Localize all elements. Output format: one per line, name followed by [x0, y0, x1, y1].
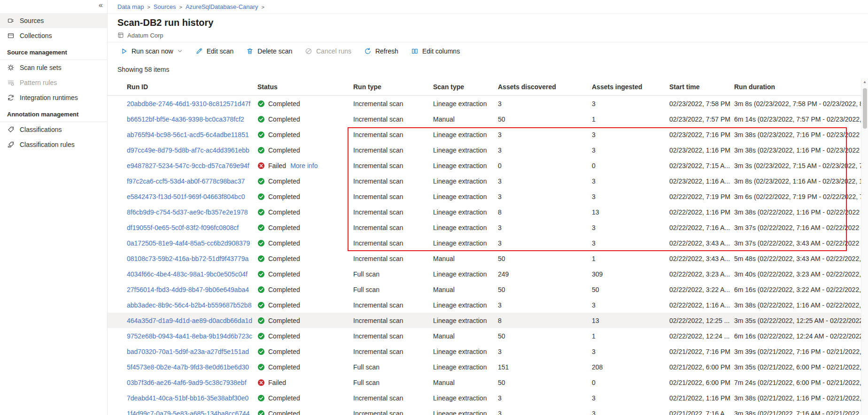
delete-scan-button[interactable]: Delete scan	[246, 47, 292, 55]
scan-type-cell: Manual	[433, 332, 498, 340]
column-header-run-type[interactable]: Run type	[353, 83, 433, 91]
status-failed-icon	[257, 379, 265, 386]
run-type-cell: Incremental scan	[353, 348, 433, 355]
run-duration-cell: 3m 40s (02/22/2022, 3:23 AM - 02/22/2022…	[734, 270, 868, 278]
table-row[interactable]: 9752e68b-0943-4a41-8eba-9b194d6b723cComp…	[108, 328, 868, 344]
run-id-link[interactable]: e9487827-5234-547c-9ccb-d57ca769e94f	[127, 162, 249, 169]
run-id-link[interactable]: 7deabd41-40ca-51bf-bb16-35e38abf30e0	[127, 394, 248, 402]
run-type-cell: Incremental scan	[353, 301, 433, 309]
run-id-link[interactable]: abb3adec-8b9c-56c4-b2b4-b559687b52b8	[127, 301, 251, 309]
table-row[interactable]: 4034f66c-4be4-483c-98a1-9bc0e505c04fComp…	[108, 266, 868, 282]
run-id-link[interactable]: bad70320-70a1-5d9f-a23a-a27df5e151ad	[127, 348, 249, 355]
start-time-cell: 02/22/2022, 7:19 PM	[669, 193, 734, 200]
sidebar-item-scan-rule-sets[interactable]: Scan rule sets	[0, 60, 107, 75]
run-id-link[interactable]: df19055f-0e65-5c0f-83f2-f096fc0808cf	[127, 224, 239, 231]
assets-discovered-cell: 3	[498, 301, 592, 309]
toolbar-button-label: Edit columns	[422, 47, 460, 55]
status-text: Completed	[268, 224, 300, 231]
edit-scan-button[interactable]: Edit scan	[195, 47, 234, 55]
cancel-icon	[305, 47, 312, 55]
more-info-link[interactable]: More info	[290, 162, 318, 169]
column-header-assets-discovered[interactable]: Assets discovered	[498, 83, 592, 91]
run-id-link[interactable]: 27f56014-fbd3-4dd9-8b47-9b06e649aba4	[127, 286, 249, 293]
run-id-link[interactable]: 5f4573e8-0b2e-4a7b-9fd3-8e0d61be6d30	[127, 363, 249, 371]
run-id-link[interactable]: 464a35d7-d1a9-4d1d-ae89-d0acdb66da1d	[127, 317, 252, 324]
table-row[interactable]: 0a172505-81e9-4af4-85a5-cc6b2d908379Comp…	[108, 235, 868, 251]
run-duration-cell: 6m 16s (02/22/2022, 3:22 AM - 02/22/2022…	[734, 286, 868, 293]
run-id-link[interactable]: d97cc49e-8d79-5d8b-af7c-ac4dd3961ebb	[127, 146, 249, 154]
column-header-assets-ingested[interactable]: Assets ingested	[592, 83, 669, 91]
run-id-link[interactable]: f97c2ca6-ccf5-53d4-ab0f-6778c98bac37	[127, 177, 245, 185]
table-row[interactable]: 20abdb8e-2746-46d1-9310-8c812571d47fComp…	[108, 96, 868, 111]
table-row[interactable]: 5f4573e8-0b2e-4a7b-9fd3-8e0d61be6d30Comp…	[108, 359, 868, 375]
column-header-run-duration[interactable]: Run duration	[734, 83, 868, 91]
sidebar-item-label: Scan rule sets	[20, 64, 62, 71]
table-row[interactable]: d97cc49e-8d79-5d8b-af7c-ac4dd3961ebbComp…	[108, 142, 868, 158]
scrollbar-thumb[interactable]	[863, 88, 867, 129]
table-row[interactable]: 464a35d7-d1a9-4d1d-ae89-d0acdb66da1dComp…	[108, 313, 868, 328]
sidebar-collapse-button[interactable]: «	[99, 1, 103, 9]
breadcrumb-link-azuresqldatabase-canary[interactable]: AzureSqlDatabase-Canary	[186, 3, 258, 10]
run-id-link[interactable]: 08108c73-59b2-416a-bb72-51df9f43779a	[127, 255, 248, 262]
vertical-scrollbar[interactable]: ▲	[861, 78, 868, 415]
run-id-link[interactable]: 9752e68b-0943-4a41-8eba-9b194d6b723c	[127, 332, 252, 340]
table-row[interactable]: f97c2ca6-ccf5-53d4-ab0f-6778c98bac37Comp…	[108, 173, 868, 189]
sidebar-item-classifications[interactable]: Classifications	[0, 122, 107, 137]
table-row[interactable]: 7deabd41-40ca-51bf-bb16-35e38abf30e0Comp…	[108, 390, 868, 406]
toolbar-button-label: Delete scan	[257, 47, 292, 55]
assets-discovered-cell: 3	[498, 177, 592, 185]
breadcrumb-link-sources[interactable]: Sources	[154, 3, 176, 10]
edit-columns-button[interactable]: Edit columns	[411, 47, 460, 55]
scan-rule-sets-icon	[7, 64, 15, 71]
table-row[interactable]: e5842473-f13d-501f-969f-04663f804bc0Comp…	[108, 189, 868, 204]
run-id-link[interactable]: 8f6cb9d9-c754-5d37-ae9c-fb357e2e1978	[127, 208, 248, 216]
sidebar-item-pattern-rules[interactable]: Pattern rules	[0, 75, 107, 90]
run-id-link[interactable]: 1f4d99c7-0a79-5e83-a685-134ba8cc6744	[127, 410, 250, 415]
table-row[interactable]: b66512bf-bf5e-4a36-9398-bc0ca378fcf2Comp…	[108, 111, 868, 127]
run-id-link[interactable]: 4034f66c-4be4-483c-98a1-9bc0e505c04f	[127, 270, 248, 278]
sidebar-item-integration-runtimes[interactable]: Integration runtimes	[0, 90, 107, 105]
column-header-status[interactable]: Status	[257, 83, 353, 91]
run-duration-cell: 3m 35s (02/21/2022, 6:00 PM - 02/21/2022…	[734, 363, 868, 371]
sidebar-item-classification-rules[interactable]: Classification rules	[0, 137, 107, 152]
assets-discovered-cell: 3	[498, 348, 592, 355]
table-header-row: Run IDStatusRun typeScan typeAssets disc…	[108, 78, 868, 96]
run-id-link[interactable]: ab765f94-bc98-56c1-acd5-6c4adbe11851	[127, 131, 249, 138]
start-time-cell: 02/22/2022, 1:16 PM	[669, 208, 734, 216]
status-text: Completed	[268, 255, 300, 262]
run-id-link[interactable]: 03b7f3d6-ae26-4af6-9ad9-5c38c7938ebf	[127, 379, 247, 386]
scan-type-cell: Lineage extraction	[433, 301, 498, 309]
table-row[interactable]: 27f56014-fbd3-4dd9-8b47-9b06e649aba4Comp…	[108, 282, 868, 297]
sidebar-item-sources[interactable]: Sources	[0, 13, 107, 28]
table-row[interactable]: 1f4d99c7-0a79-5e83-a685-134ba8cc6744Comp…	[108, 406, 868, 415]
assets-ingested-cell: 0	[592, 162, 669, 169]
run-id-link[interactable]: b66512bf-bf5e-4a36-9398-bc0ca378fcf2	[127, 115, 244, 123]
run-id-link[interactable]: 0a172505-81e9-4af4-85a5-cc6b2d908379	[127, 239, 250, 247]
refresh-button[interactable]: Refresh	[364, 47, 398, 55]
table-row[interactable]: abb3adec-8b9c-56c4-b2b4-b559687b52b8Comp…	[108, 297, 868, 313]
run-id-link[interactable]: e5842473-f13d-501f-969f-04663f804bc0	[127, 193, 245, 200]
assets-discovered-cell: 50	[498, 332, 592, 340]
cancel-runs-button[interactable]: Cancel runs	[305, 47, 351, 55]
table-row[interactable]: df19055f-0e65-5c0f-83f2-f096fc0808cfComp…	[108, 220, 868, 235]
table-row[interactable]: bad70320-70a1-5d9f-a23a-a27df5e151adComp…	[108, 344, 868, 359]
assets-ingested-cell: 3	[592, 239, 669, 247]
table-row[interactable]: 8f6cb9d9-c754-5d37-ae9c-fb357e2e1978Comp…	[108, 204, 868, 220]
column-header-start-time[interactable]: Start time	[669, 83, 734, 91]
run-duration-cell: 3m 37s (02/22/2022, 3:43 AM - 02/22/2022…	[734, 239, 868, 247]
table-row[interactable]: ab765f94-bc98-56c1-acd5-6c4adbe11851Comp…	[108, 127, 868, 142]
assets-ingested-cell: 3	[592, 146, 669, 154]
table-row[interactable]: e9487827-5234-547c-9ccb-d57ca769e94fFail…	[108, 158, 868, 173]
scan-type-cell: Lineage extraction	[433, 348, 498, 355]
status-completed-icon	[257, 177, 265, 185]
run-id-link[interactable]: 20abdb8e-2746-46d1-9310-8c812571d47f	[127, 100, 250, 108]
column-header-run-id[interactable]: Run ID	[127, 83, 257, 91]
sidebar-item-collections[interactable]: Collections	[0, 28, 107, 43]
scrollbar-up-arrow-icon[interactable]: ▲	[861, 78, 868, 85]
table-row[interactable]: 03b7f3d6-ae26-4af6-9ad9-5c38c7938ebfFail…	[108, 375, 868, 390]
breadcrumb-link-data-map[interactable]: Data map	[117, 3, 144, 10]
sidebar-item-label: Sources	[20, 17, 44, 24]
column-header-scan-type[interactable]: Scan type	[433, 83, 498, 91]
run-scan-now-button[interactable]: Run scan now	[120, 47, 183, 55]
table-row[interactable]: 08108c73-59b2-416a-bb72-51df9f43779aComp…	[108, 251, 868, 266]
